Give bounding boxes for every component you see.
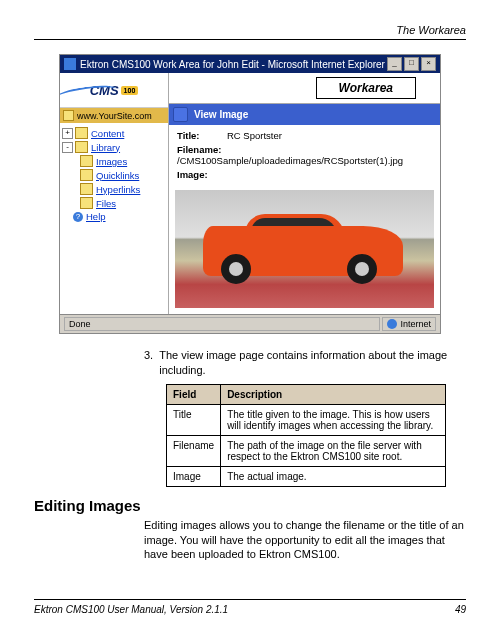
footer-left: Ektron CMS100 User Manual, Version 2.1.1 [34,604,228,615]
folder-icon [75,127,88,139]
tree-link[interactable]: Library [91,142,120,153]
tree-item-library[interactable]: -Library [62,140,166,154]
running-head: The Workarea [34,24,466,36]
logo-swoosh-icon [60,83,117,103]
section-body: Editing images allows you to change the … [144,518,466,563]
status-bar: Done Internet [60,314,440,333]
workarea-title: Workarea [316,77,416,99]
status-done: Done [64,317,380,331]
folder-icon [80,183,93,195]
section-heading: Editing Images [34,497,466,514]
step-3: 3. The view image page contains informat… [144,348,466,378]
view-bar-label: View Image [194,109,248,120]
collapse-icon[interactable]: - [62,142,73,153]
table-cell: Title [167,404,221,435]
tree-item-hyperlinks[interactable]: Hyperlinks [62,182,166,196]
detail-label-title: Title: [177,130,227,141]
image-preview [175,190,434,308]
close-button[interactable]: × [421,57,436,71]
detail-label-image: Image: [177,169,227,180]
table-cell: The actual image. [221,466,446,486]
ie-icon [64,58,76,70]
table-cell: Filename [167,435,221,466]
tree-item-content[interactable]: +Content [62,126,166,140]
table-row: TitleThe title given to the image. This … [167,404,446,435]
site-label: www.YourSite.com [77,111,152,121]
help-icon: ? [73,212,83,222]
table-header-field: Field [167,384,221,404]
tree-link[interactable]: Quicklinks [96,170,139,181]
nav-tree: +Content -Library Images Quicklinks Hype… [60,123,168,226]
view-image-bar: View Image [169,104,440,125]
table-header-description: Description [221,384,446,404]
logo-badge: 100 [121,86,139,95]
field-table: Field Description TitleThe title given t… [166,384,446,487]
header-rule [34,39,466,40]
internet-icon [387,319,397,329]
footer-page: 49 [455,604,466,615]
logo: CMS100 [60,73,168,108]
table-row: ImageThe actual image. [167,466,446,486]
table-row: FilenameThe path of the image on the fil… [167,435,446,466]
tree-item-files[interactable]: Files [62,196,166,210]
detail-value-filename: /CMS100Sample/uploadedimages/RCSportster… [177,155,403,166]
tree-link[interactable]: Content [91,128,124,139]
detail-value-title: RC Sportster [227,130,282,141]
footer: Ektron CMS100 User Manual, Version 2.1.1… [34,599,466,615]
folder-icon [80,169,93,181]
step-text: The view image page contains information… [159,348,466,378]
titlebar: Ektron CMS100 Work Area for John Edit - … [60,55,440,73]
folder-icon [80,155,93,167]
back-button[interactable] [173,107,188,122]
table-cell: The title given to the image. This is ho… [221,404,446,435]
window-title: Ektron CMS100 Work Area for John Edit - … [80,59,385,70]
hub-icon [229,262,243,276]
site-label-bar: www.YourSite.com [60,108,168,123]
table-cell: Image [167,466,221,486]
workarea-header: Workarea [169,73,440,104]
expand-icon[interactable]: + [62,128,73,139]
status-zone: Internet [382,317,436,331]
detail-label-filename: Filename: [177,144,227,155]
folder-icon [80,197,93,209]
tree-link[interactable]: Help [86,211,106,222]
tree-link[interactable]: Files [96,198,116,209]
content-area: Workarea View Image Title:RC Sportster F… [169,73,440,314]
tree-link[interactable]: Images [96,156,127,167]
tree-link[interactable]: Hyperlinks [96,184,140,195]
hub-icon [355,262,369,276]
step-number: 3. [144,348,153,378]
browser-screenshot: Ektron CMS100 Work Area for John Edit - … [59,54,441,334]
tree-item-images[interactable]: Images [62,154,166,168]
folder-icon [75,141,88,153]
tree-item-quicklinks[interactable]: Quicklinks [62,168,166,182]
site-icon [63,110,74,121]
table-cell: The path of the image on the file server… [221,435,446,466]
image-details: Title:RC Sportster Filename:/CMS100Sampl… [169,125,440,188]
minimize-button[interactable]: _ [387,57,402,71]
sidebar: CMS100 www.YourSite.com +Content -Librar… [60,73,169,314]
maximize-button[interactable]: □ [404,57,419,71]
tree-item-help[interactable]: ?Help [62,210,166,223]
